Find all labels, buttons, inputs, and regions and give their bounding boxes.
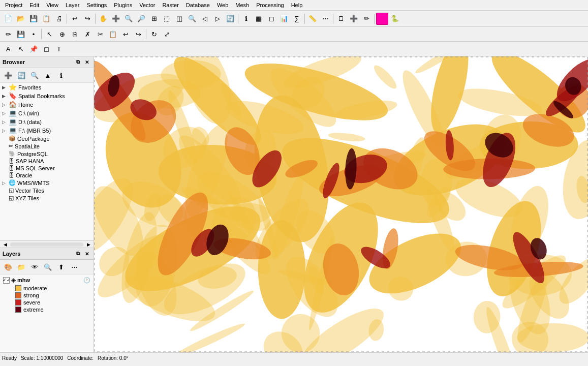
save-as-button[interactable]: 📋 [40,13,52,25]
menu-raster[interactable]: Raster [159,1,181,9]
toggle-edit-button[interactable]: ✏ [2,28,14,40]
open-project-button[interactable]: 📂 [15,13,27,25]
tree-item-mssql[interactable]: 🗄 MS SQL Server [0,165,94,172]
tree-item-xyz-tiles[interactable]: ◱ XYZ Tiles [0,194,94,202]
collapse-all-button[interactable]: ▲ [42,69,54,81]
zoom-next-button[interactable]: ▷ [211,13,224,25]
open-layer-styling-button[interactable]: 🎨 [2,261,14,273]
manage-visibility-button[interactable]: 👁 [28,261,41,273]
more-tools-button[interactable]: ⋯ [319,13,331,25]
pan-arrow-button[interactable]: ➕ [110,13,122,25]
pin-annotation-button[interactable]: 📌 [27,43,40,55]
save-project-button[interactable]: 💾 [27,13,40,25]
redo-button[interactable]: ↪ [81,13,94,25]
add-layer-from-browser-button[interactable]: ➕ [2,69,14,81]
tree-item-postgresql[interactable]: 🐘 PostgreSQL [0,150,94,158]
tree-item-geopackage[interactable]: 📦 GeoPackage [0,135,94,142]
select-annotation-button[interactable]: ↖ [15,43,27,55]
save-edits-button[interactable]: 💾 [15,28,27,40]
pan-button[interactable]: ✋ [97,13,109,25]
layers-close-button[interactable]: ✕ [83,250,91,258]
menu-web[interactable]: Web [214,1,231,9]
python-button[interactable]: 🐍 [389,13,401,25]
rotate-button[interactable]: ↻ [148,28,160,40]
menu-database[interactable]: Database [183,1,213,9]
zoom-last-button[interactable]: ◁ [199,13,211,25]
copy-feature-button[interactable]: ⎘ [69,28,81,40]
browser-float-button[interactable]: ⧉ [74,58,82,66]
menu-view[interactable]: View [43,1,61,9]
refresh-button[interactable]: 🔄 [224,13,236,25]
digitize-button[interactable]: ✏ [360,13,373,25]
tree-item-home[interactable]: ▷ 🏠 Home [0,100,94,109]
attr-table-button[interactable]: 📊 [278,13,290,25]
add-layer-button[interactable]: ➕ [348,13,360,25]
layers-float-button[interactable]: ⧉ [74,250,82,258]
zoom-selection-button[interactable]: ⬚ [161,13,173,25]
tree-item-f-drive[interactable]: ▷ 💻 F:\ (MBR B5) [0,126,94,135]
move-feature-button[interactable]: ⊕ [56,28,68,40]
measure-button[interactable]: 📏 [306,13,319,25]
scale-button[interactable]: ⤢ [161,28,173,40]
undo-button[interactable]: ↩ [69,13,81,25]
paste-feature-button[interactable]: 📋 [107,28,119,40]
menu-edit[interactable]: Edit [26,1,42,9]
select-features-button[interactable]: ▦ [253,13,265,25]
browser-hscroll[interactable]: ◀ ▶ [0,240,94,248]
scroll-left-button[interactable]: ◀ [0,242,10,247]
refresh-browser-button[interactable]: 🔄 [15,69,27,81]
zoom-full-button[interactable]: ⊞ [148,13,160,25]
menu-project[interactable]: Project [2,1,25,9]
stats-button[interactable]: ∑ [291,13,303,25]
coordinate-label: Coordinate: [67,355,94,361]
redo-edit-button[interactable]: ↪ [132,28,144,40]
print-button[interactable]: 🖨 [53,13,65,25]
unpin-annotation-button[interactable]: ◻ [40,43,52,55]
deselect-button[interactable]: ◻ [265,13,277,25]
select-edit-button[interactable]: ↖ [43,28,55,40]
tree-item-bookmarks[interactable]: ▶ 🔖 Spatial Bookmarks [0,92,94,100]
add-group-button[interactable]: 📁 [15,261,27,273]
menu-processing[interactable]: Processing [253,1,287,9]
menu-mesh[interactable]: Mesh [232,1,252,9]
label-button[interactable]: A [2,43,14,55]
identify-button[interactable]: ℹ [240,13,252,25]
cut-feature-button[interactable]: ✂ [94,28,106,40]
tree-item-c-drive[interactable]: ▷ 💻 C:\ (win) [0,109,94,117]
filter-browser-button[interactable]: 🔍 [28,69,41,81]
delete-feature-button[interactable]: ✗ [81,28,94,40]
text-annotation-button[interactable]: T [53,43,65,55]
new-project-button[interactable]: 📄 [2,13,14,25]
new-layer-button[interactable]: 🗒 [335,13,347,25]
menu-plugins[interactable]: Plugins [111,1,135,9]
scroll-right-button[interactable]: ▶ [83,242,94,247]
tree-item-wms-wmts[interactable]: ▷ 🌐 WMS/WMTS [0,179,94,187]
zoom-layer-button[interactable]: ◫ [173,13,185,25]
menu-vector[interactable]: Vector [136,1,158,9]
move-selection-top-button[interactable]: ⬆ [55,261,67,273]
filter-layers-button[interactable]: 🔍 [42,261,54,273]
digitize-point-button[interactable]: • [27,28,40,40]
menu-settings[interactable]: Settings [83,1,110,9]
layer-mhw[interactable]: ✓ ◈ mhw 🕐 [1,276,92,285]
tree-item-oracle[interactable]: 🗄 Oracle [0,172,94,179]
more-layers-button[interactable]: ⋯ [68,261,80,273]
tree-item-sap-hana[interactable]: 🗄 SAP HANA [0,158,94,165]
layer-group-icon: ◈ [11,277,16,284]
menu-layer[interactable]: Layer [63,1,83,9]
properties-browser-button[interactable]: ℹ [55,69,67,81]
zoom-out-button[interactable]: 🔎 [135,13,147,25]
browser-close-button[interactable]: ✕ [83,58,91,66]
layer-visibility-checkbox[interactable]: ✓ [3,277,10,284]
tree-label: F:\ (MBR B5) [18,128,51,134]
zoom-in-button[interactable]: 🔍 [122,13,135,25]
tree-item-vector-tiles[interactable]: ◱ Vector Tiles [0,187,94,194]
active-tool-button[interactable] [376,13,388,25]
menu-help[interactable]: Help [288,1,306,9]
tree-item-favorites[interactable]: ▶ ⭐ Favorites [0,83,94,92]
undo-edit-button[interactable]: ↩ [119,28,132,40]
tree-item-d-drive[interactable]: ▷ 💻 D:\ (data) [0,117,94,126]
zoom-native-button[interactable]: 🔍 [186,13,198,25]
map-canvas[interactable] [94,56,588,352]
tree-item-spatialite[interactable]: ✏ SpatiaLite [0,142,94,150]
